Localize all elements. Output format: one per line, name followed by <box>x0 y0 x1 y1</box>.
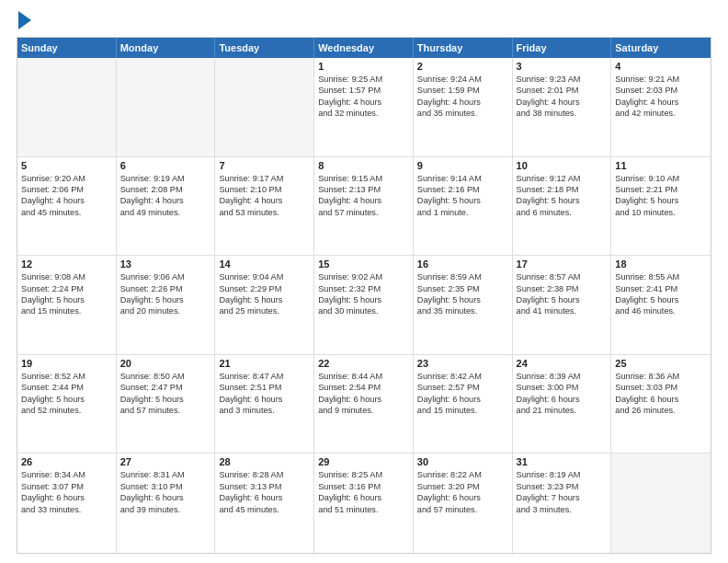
calendar-cell: 7Sunrise: 9:17 AMSunset: 2:10 PMDaylight… <box>215 157 314 256</box>
cell-line: Sunset: 2:21 PM <box>615 184 707 195</box>
calendar-cell: 12Sunrise: 9:08 AMSunset: 2:24 PMDayligh… <box>17 256 117 354</box>
day-number: 20 <box>120 358 211 369</box>
day-number: 10 <box>517 160 608 171</box>
cell-line: Sunrise: 9:08 AM <box>21 271 112 282</box>
calendar-header-cell: Friday <box>513 38 612 58</box>
calendar-cell: 2Sunrise: 9:24 AMSunset: 1:59 PMDaylight… <box>414 58 513 156</box>
calendar-row: 1Sunrise: 9:25 AMSunset: 1:57 PMDaylight… <box>17 58 711 157</box>
cell-text: Sunrise: 9:06 AMSunset: 2:26 PMDaylight:… <box>120 271 211 317</box>
cell-line: Sunrise: 9:02 AM <box>318 271 409 282</box>
cell-line: and 46 minutes. <box>615 305 707 316</box>
cell-line: Sunrise: 9:04 AM <box>219 271 310 282</box>
cell-line: Sunrise: 8:28 AM <box>219 469 310 480</box>
cell-text: Sunrise: 8:39 AMSunset: 3:00 PMDaylight:… <box>517 371 608 417</box>
cell-line: Sunset: 2:18 PM <box>517 184 608 195</box>
calendar-cell: 3Sunrise: 9:23 AMSunset: 2:01 PMDaylight… <box>513 58 612 156</box>
day-number: 23 <box>417 358 508 369</box>
cell-line: and 49 minutes. <box>120 207 211 218</box>
calendar-cell <box>215 58 314 156</box>
calendar-row: 19Sunrise: 8:52 AMSunset: 2:44 PMDayligh… <box>17 355 711 454</box>
day-number: 22 <box>318 358 409 369</box>
cell-text: Sunrise: 8:36 AMSunset: 3:03 PMDaylight:… <box>615 371 707 417</box>
cell-text: Sunrise: 9:24 AMSunset: 1:59 PMDaylight:… <box>417 74 508 120</box>
cell-line: Sunrise: 8:36 AM <box>615 371 707 382</box>
cell-line: Sunset: 2:38 PM <box>517 283 608 294</box>
cell-line: Sunset: 2:10 PM <box>219 184 310 195</box>
cell-line: Daylight: 6 hours <box>318 394 409 405</box>
cell-line: Sunrise: 8:55 AM <box>615 271 707 282</box>
day-number: 29 <box>318 456 409 467</box>
cell-line: and 57 minutes. <box>417 504 508 515</box>
cell-line: and 1 minute. <box>417 207 508 218</box>
calendar-cell: 19Sunrise: 8:52 AMSunset: 2:44 PMDayligh… <box>17 355 117 454</box>
day-number: 7 <box>219 160 310 171</box>
calendar-cell: 29Sunrise: 8:25 AMSunset: 3:16 PMDayligh… <box>314 454 414 553</box>
day-number: 30 <box>417 456 508 467</box>
calendar-header-cell: Thursday <box>414 38 513 58</box>
cell-line: Sunset: 3:03 PM <box>615 382 707 393</box>
calendar-body: 1Sunrise: 9:25 AMSunset: 1:57 PMDaylight… <box>17 58 711 553</box>
cell-line: Daylight: 6 hours <box>517 394 608 405</box>
calendar-cell <box>17 58 117 156</box>
cell-text: Sunrise: 8:25 AMSunset: 3:16 PMDaylight:… <box>318 469 409 515</box>
cell-line: Daylight: 6 hours <box>417 394 508 405</box>
cell-text: Sunrise: 8:57 AMSunset: 2:38 PMDaylight:… <box>517 271 608 317</box>
cell-line: Sunrise: 8:31 AM <box>120 469 211 480</box>
cell-line: Sunset: 2:47 PM <box>120 382 211 393</box>
cell-line: and 25 minutes. <box>219 305 310 316</box>
day-number: 6 <box>120 160 211 171</box>
cell-line: Sunrise: 8:50 AM <box>120 371 211 382</box>
cell-line: Sunset: 3:23 PM <box>517 481 608 492</box>
cell-line: Daylight: 4 hours <box>517 97 608 108</box>
cell-line: and 32 minutes. <box>318 108 409 119</box>
cell-line: Daylight: 6 hours <box>417 492 508 503</box>
cell-line: Daylight: 5 hours <box>517 195 608 206</box>
calendar-cell: 26Sunrise: 8:34 AMSunset: 3:07 PMDayligh… <box>17 454 117 553</box>
cell-text: Sunrise: 8:42 AMSunset: 2:57 PMDaylight:… <box>417 371 508 417</box>
cell-line: Daylight: 5 hours <box>615 294 707 305</box>
day-number: 8 <box>318 160 409 171</box>
cell-line: Daylight: 4 hours <box>318 195 409 206</box>
cell-text: Sunrise: 9:02 AMSunset: 2:32 PMDaylight:… <box>318 271 409 317</box>
cell-text: Sunrise: 8:28 AMSunset: 3:13 PMDaylight:… <box>219 469 310 515</box>
cell-text: Sunrise: 9:14 AMSunset: 2:16 PMDaylight:… <box>417 173 508 219</box>
cell-text: Sunrise: 8:59 AMSunset: 2:35 PMDaylight:… <box>417 271 508 317</box>
cell-line: and 35 minutes. <box>417 108 508 119</box>
cell-line: Sunset: 2:54 PM <box>318 382 409 393</box>
cell-line: Daylight: 5 hours <box>120 294 211 305</box>
calendar-cell: 21Sunrise: 8:47 AMSunset: 2:51 PMDayligh… <box>215 355 314 454</box>
cell-text: Sunrise: 8:50 AMSunset: 2:47 PMDaylight:… <box>120 371 211 417</box>
cell-text: Sunrise: 9:10 AMSunset: 2:21 PMDaylight:… <box>615 173 707 219</box>
calendar-cell: 9Sunrise: 9:14 AMSunset: 2:16 PMDaylight… <box>414 157 513 256</box>
calendar-cell: 28Sunrise: 8:28 AMSunset: 3:13 PMDayligh… <box>215 454 314 553</box>
cell-line: Sunrise: 8:39 AM <box>517 371 608 382</box>
cell-line: Sunrise: 8:19 AM <box>517 469 608 480</box>
cell-line: Sunset: 2:13 PM <box>318 184 409 195</box>
cell-line: and 26 minutes. <box>615 405 707 416</box>
cell-line: and 15 minutes. <box>21 305 112 316</box>
day-number: 9 <box>417 160 508 171</box>
cell-line: Sunrise: 9:19 AM <box>120 173 211 184</box>
day-number: 4 <box>615 61 707 72</box>
calendar-cell: 14Sunrise: 9:04 AMSunset: 2:29 PMDayligh… <box>215 256 314 354</box>
cell-text: Sunrise: 9:20 AMSunset: 2:06 PMDaylight:… <box>21 173 112 219</box>
cell-line: and 52 minutes. <box>21 405 112 416</box>
cell-line: Daylight: 4 hours <box>21 195 112 206</box>
cell-line: Sunrise: 8:57 AM <box>517 271 608 282</box>
cell-line: Sunset: 3:13 PM <box>219 481 310 492</box>
cell-text: Sunrise: 8:31 AMSunset: 3:10 PMDaylight:… <box>120 469 211 515</box>
day-number: 14 <box>219 259 310 270</box>
cell-line: Daylight: 4 hours <box>615 97 707 108</box>
calendar-cell: 30Sunrise: 8:22 AMSunset: 3:20 PMDayligh… <box>414 454 513 553</box>
logo <box>17 13 31 29</box>
cell-text: Sunrise: 8:52 AMSunset: 2:44 PMDaylight:… <box>21 371 112 417</box>
cell-line: Sunset: 3:16 PM <box>318 481 409 492</box>
cell-line: Sunset: 2:16 PM <box>417 184 508 195</box>
cell-line: Sunset: 2:03 PM <box>615 85 707 96</box>
cell-line: Sunset: 2:29 PM <box>219 283 310 294</box>
calendar-cell: 13Sunrise: 9:06 AMSunset: 2:26 PMDayligh… <box>117 256 216 354</box>
day-number: 1 <box>318 61 409 72</box>
cell-text: Sunrise: 9:15 AMSunset: 2:13 PMDaylight:… <box>318 173 409 219</box>
day-number: 27 <box>120 456 211 467</box>
cell-line: Sunset: 2:08 PM <box>120 184 211 195</box>
